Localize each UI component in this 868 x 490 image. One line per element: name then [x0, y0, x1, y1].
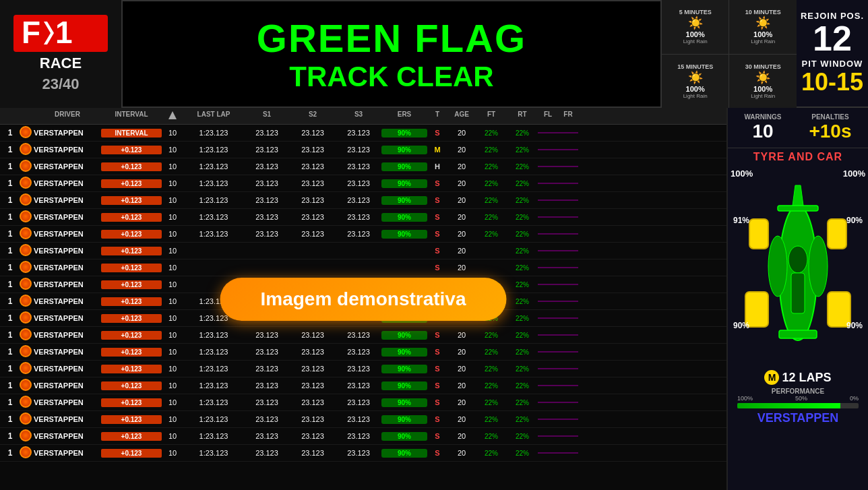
wear-rear-left: 90% — [733, 321, 749, 330]
cell-ft: 22% — [476, 179, 507, 188]
cell-icon — [18, 344, 34, 359]
cell-ft: 22% — [476, 449, 507, 458]
cell-lastlap: 1:23.123 — [183, 431, 244, 441]
cell-age: 20 — [447, 448, 476, 458]
table-row: 1 VERSTAPPEN +0.123 10 1:23.123 23.123 2… — [0, 344, 726, 361]
cell-rt: 22% — [507, 348, 538, 357]
cell-s3: 23.123 — [336, 381, 381, 390]
cell-s2: 23.123 — [290, 195, 336, 205]
cell-s3: 23.123 — [336, 212, 381, 222]
cell-pos: 1 — [3, 262, 18, 273]
cell-rt: 22% — [507, 415, 538, 424]
warn-pen-section: WARNINGS 10 PENALTIES +10s — [728, 108, 868, 148]
driver-icon — [20, 160, 32, 172]
cell-rt: 22% — [507, 314, 538, 323]
cell-s2: 23.123 — [290, 128, 336, 137]
cell-fl — [538, 233, 558, 235]
svg-rect-11 — [749, 219, 768, 249]
cell-s1: 23.123 — [244, 195, 290, 205]
cell-laps: 10 — [162, 212, 183, 222]
cell-fr — [558, 183, 578, 184]
cell-laps: 10 — [162, 330, 183, 340]
cell-s1: 23.123 — [244, 145, 290, 154]
cell-ers: 90% — [381, 146, 427, 154]
cell-fl — [538, 317, 558, 319]
cell-driver: VERSTAPPEN — [34, 128, 101, 137]
penalties-label: PENALTIES — [811, 113, 848, 121]
weather-cell-5min: 5 MINUTES ☀️ 100% Light Rain — [662, 0, 730, 54]
cell-s1: 23.123 — [244, 347, 290, 357]
cell-tyre: S — [427, 347, 447, 357]
weather-cell-10min: 10 MINUTES ☀️ 100% Light Rain — [729, 0, 797, 54]
cell-s1: 23.123 — [244, 431, 290, 441]
cell-tyre: S — [427, 398, 447, 407]
cell-interval: +0.123 — [101, 213, 162, 222]
cell-s2: 23.123 — [290, 364, 336, 373]
cell-s3: 23.123 — [336, 195, 381, 205]
cell-rt: 22% — [507, 280, 538, 289]
tyre-compound-badge: M — [764, 370, 779, 385]
cell-icon — [18, 328, 34, 342]
cell-ft: 22% — [476, 230, 507, 239]
cell-pos: 1 — [3, 363, 18, 374]
cell-lastlap: 1:23.123 — [183, 330, 244, 340]
cell-fr — [558, 452, 578, 454]
cell-icon — [18, 311, 34, 326]
table-row: 1 VERSTAPPEN +0.123 10 1:23.123 23.123 2… — [0, 158, 726, 175]
cell-fl — [538, 284, 558, 285]
driver-icon — [20, 193, 32, 206]
driver-icon — [20, 396, 32, 408]
cell-lastlap: 1:23.123 — [183, 364, 244, 373]
cell-pos: 1 — [3, 228, 18, 239]
th-driver: DRIVER — [34, 109, 101, 123]
svg-rect-12 — [828, 219, 846, 249]
cell-laps: 10 — [162, 128, 183, 137]
th-ft: FT — [476, 109, 507, 123]
table-row: 1 VERSTAPPEN +0.123 10 1:23.123 23.123 2… — [0, 411, 726, 428]
cell-laps: 10 — [162, 313, 183, 323]
cell-driver: VERSTAPPEN — [34, 263, 101, 272]
table-row: 1 VERSTAPPEN +0.123 10 1:23.123 23.123 2… — [0, 377, 726, 394]
cell-s1: 23.123 — [244, 212, 290, 222]
cell-interval: +0.123 — [101, 179, 162, 188]
cell-laps: 10 — [162, 195, 183, 205]
cell-icon — [18, 260, 34, 275]
cell-laps: 10 — [162, 229, 183, 239]
cell-lastlap: 1:23.123 — [183, 448, 244, 458]
cell-age: 20 — [447, 364, 476, 373]
cell-tyre: S — [427, 263, 447, 272]
f1-logo: F 1 — [13, 15, 108, 52]
cell-driver: VERSTAPPEN — [34, 212, 101, 222]
cell-fr — [558, 419, 578, 420]
cell-laps: 10 — [162, 162, 183, 171]
th-age: AGE — [447, 109, 476, 123]
svg-text:F: F — [22, 15, 40, 50]
cell-rt: 22% — [507, 230, 538, 239]
cell-fl — [538, 250, 558, 251]
cell-tyre: S — [427, 364, 447, 373]
driver-icon — [20, 412, 32, 425]
cell-pos: 1 — [3, 127, 18, 138]
cell-fr — [558, 351, 578, 353]
cell-age: 20 — [447, 347, 476, 357]
cell-rt: 22% — [507, 432, 538, 441]
cell-ft: 22% — [476, 365, 507, 373]
table-row: 1 VERSTAPPEN +0.123 10 1:23.123 23.123 2… — [0, 226, 726, 243]
cell-icon — [18, 226, 34, 241]
cell-pos: 1 — [3, 346, 18, 357]
bottom-section: DRIVER INTERVAL LAST LAP S1 S2 S3 ERS T … — [0, 108, 868, 490]
cell-s3: 23.123 — [336, 398, 381, 407]
cell-ft: 22% — [476, 162, 507, 171]
cell-ft: 22% — [476, 381, 507, 390]
cell-fl — [538, 267, 558, 268]
cell-lastlap: 1:23.123 — [183, 162, 244, 171]
cell-rt: 22% — [507, 162, 538, 171]
cell-pos: 1 — [3, 448, 18, 458]
perf-bar-labels: 100% 50% 0% — [737, 395, 859, 402]
cell-icon — [18, 429, 34, 443]
cell-tyre: S — [427, 381, 447, 390]
cell-pos: 1 — [3, 245, 18, 256]
weather-cell-15min: 15 MINUTES ☀️ 100% Light Rain — [662, 55, 730, 109]
cell-rt: 22% — [507, 297, 538, 306]
cell-tyre: S — [427, 431, 447, 441]
